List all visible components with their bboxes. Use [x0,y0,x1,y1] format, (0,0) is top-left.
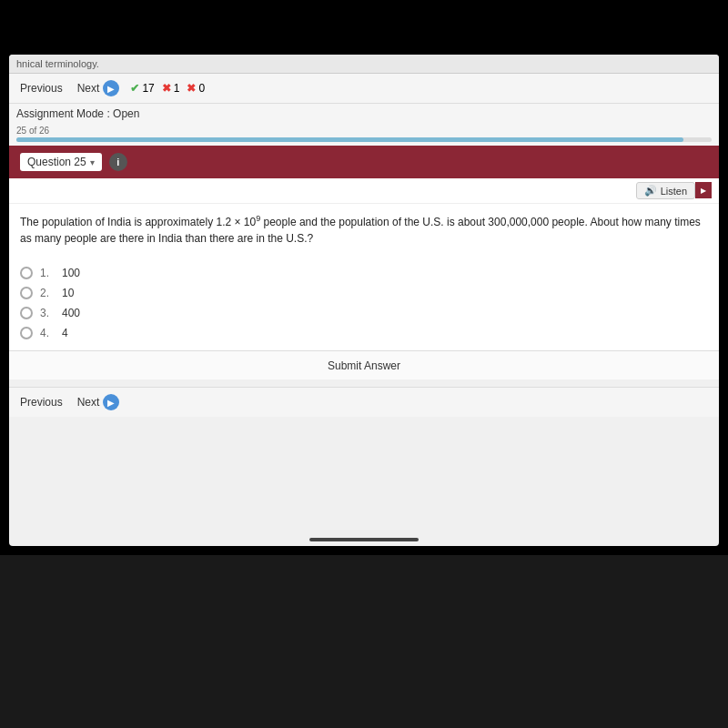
keyboard-area [0,555,728,728]
progress-fill [16,137,683,142]
option-value-3: 400 [62,307,80,319]
listen-label: Listen [661,186,687,197]
option-value-1: 100 [62,267,80,279]
options-section: 1. 100 2. 10 3. 400 4. 4 [9,256,719,350]
previous-button[interactable]: Previous [16,80,66,96]
option-num-3: 3. [40,307,55,319]
question-label-box[interactable]: Question 25 ▾ [20,153,102,171]
assignment-mode: Assignment Mode : Open [9,104,719,124]
question-section: Question 25 ▾ i 🔊 Listen ▶ The populatio… [9,146,719,379]
next-button-top[interactable]: Next ▶ [74,78,124,98]
nav-bar: Previous Next ▶ ✔ 17 ✖ 1 ✖ 0 [9,74,719,104]
cross-icon: ✖ [162,82,171,95]
chevron-down-icon: ▾ [90,157,95,167]
progress-label: 25 of 26 [16,126,712,136]
option-value-4: 4 [62,327,68,339]
next-button-bottom[interactable]: Next ▶ [74,392,124,412]
incorrect-count: 1 [174,82,180,95]
option-num-4: 4. [40,327,55,339]
next-arrow-icon: ▶ [103,80,119,96]
progress-track [16,137,712,142]
bottom-nav: Previous Next ▶ [9,387,719,417]
option-row-1: 1. 100 [20,263,708,283]
info-button[interactable]: i [109,153,127,171]
next-label-bottom: Next [77,396,100,409]
progress-container: 25 of 26 [9,124,719,146]
previous-label-bottom: Previous [20,396,63,409]
option-row-2: 2. 10 [20,283,708,303]
radio-4[interactable] [20,327,33,339]
option-row-4: 4. 4 [20,323,708,343]
submit-bar: Submit Answer [9,350,719,379]
top-text: hnical terminology. [9,55,719,74]
question-header: Question 25 ▾ i [9,146,719,178]
speaker-icon: 🔊 [644,185,657,197]
radio-1[interactable] [20,267,33,279]
question-label: Question 25 [27,156,86,168]
assignment-mode-value: Open [113,107,139,120]
skipped-badge: ✖ 0 [187,82,205,95]
previous-label: Previous [20,82,63,95]
listen-button[interactable]: 🔊 Listen [636,182,695,199]
play-button[interactable]: ▶ [695,182,712,198]
scrollbar[interactable] [309,538,419,541]
submit-button[interactable]: Submit Answer [328,359,400,372]
next-label-top: Next [77,82,100,95]
assignment-mode-label: Assignment Mode : [16,107,110,120]
previous-button-bottom[interactable]: Previous [16,394,66,410]
question-text-part1: The population of India is approximately… [20,216,256,228]
radio-2[interactable] [20,287,33,299]
radio-3[interactable] [20,307,33,319]
next-arrow-bottom-icon: ▶ [103,394,119,410]
incorrect-badge: ✖ 1 [162,82,180,95]
option-row-3: 3. 400 [20,303,708,323]
skipped-count: 0 [198,82,205,95]
option-num-2: 2. [40,287,55,299]
check-icon: ✔ [130,82,139,95]
listen-bar: 🔊 Listen ▶ [9,178,719,204]
skip-icon: ✖ [187,82,196,95]
correct-count: 17 [142,82,154,95]
correct-badge: ✔ 17 [130,82,154,95]
option-value-2: 10 [62,287,74,299]
submit-label: Submit Answer [328,359,400,372]
question-text: The population of India is approximately… [9,204,719,256]
option-num-1: 1. [40,267,55,279]
